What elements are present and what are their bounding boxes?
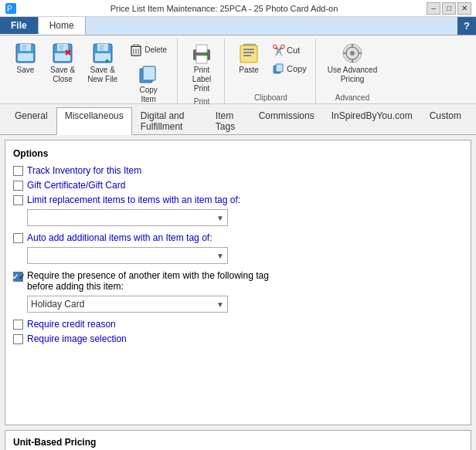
svg-point-38 xyxy=(350,51,355,56)
require-presence-value: Holiday Card xyxy=(31,299,84,310)
track-inventory-checkbox[interactable] xyxy=(13,166,23,176)
page-tabs: General Miscellaneous Digital and Fulfil… xyxy=(0,104,476,135)
limit-replacement-arrow: ▼ xyxy=(216,214,224,222)
svg-point-28 xyxy=(206,52,209,56)
save-close-button[interactable]: Save &Close xyxy=(45,39,80,86)
require-credit-checkbox[interactable] xyxy=(13,320,23,330)
copy-label: Copy xyxy=(287,64,307,73)
ribbon-tab-bar: File Home ? xyxy=(0,17,476,36)
auto-add-dropdown-row: ▼ xyxy=(27,247,463,264)
svg-rect-19 xyxy=(134,44,138,46)
print-group-label: Print xyxy=(194,96,210,106)
paste-label: Paste xyxy=(239,66,259,75)
require-image-checkbox[interactable] xyxy=(13,334,23,344)
title-bar: P Price List Item Maintenance: 25PCA - 2… xyxy=(0,0,476,17)
window-title: Price List Item Maintenance: 25PCA - 25 … xyxy=(22,4,427,13)
svg-rect-40 xyxy=(352,59,353,63)
save-new-icon: + xyxy=(90,41,115,66)
copy-button[interactable]: Copy xyxy=(268,60,311,77)
advanced-group-label: Advanced xyxy=(335,92,369,102)
tab-general[interactable]: General xyxy=(6,107,56,134)
help-button[interactable]: ? xyxy=(457,17,476,35)
require-presence-row: ✓ Require the presence of another item w… xyxy=(13,270,463,292)
require-presence-label: Require the presence of another item wit… xyxy=(27,270,269,292)
ribbon: File Home ? Save xyxy=(0,17,476,104)
svg-rect-4 xyxy=(22,45,26,50)
print-label: PrintLabelPrint xyxy=(192,66,211,93)
svg-rect-24 xyxy=(143,66,155,80)
svg-rect-14 xyxy=(100,45,104,50)
minimize-button[interactable]: – xyxy=(427,2,440,15)
ribbon-group-print: PrintLabelPrint Print xyxy=(179,39,225,103)
require-image-label: Require image selection xyxy=(27,333,127,344)
options-title: Options xyxy=(13,148,463,159)
copy-item-label: CopyItem xyxy=(139,86,157,104)
limit-replacement-checkbox[interactable] xyxy=(13,195,23,205)
svg-rect-33 xyxy=(243,55,251,56)
tab-custom[interactable]: Custom xyxy=(421,107,470,134)
require-presence-dropdown[interactable]: Holiday Card ▼ xyxy=(27,296,228,313)
tab-inspiredbyyou[interactable]: InSpiredByYou.com xyxy=(323,107,421,134)
require-presence-checkbox[interactable]: ✓ xyxy=(13,272,23,282)
require-credit-row: Require credit reason xyxy=(13,319,463,330)
svg-rect-32 xyxy=(243,52,254,53)
svg-rect-31 xyxy=(243,49,254,50)
delete-button[interactable]: Delete xyxy=(124,42,172,59)
advanced-pricing-icon xyxy=(340,41,365,66)
copy-icon xyxy=(272,63,284,75)
gift-certificate-label: Gift Certificate/Gift Card xyxy=(27,180,125,191)
cut-icon: ✂️ xyxy=(272,44,284,56)
paste-icon xyxy=(236,41,261,66)
limit-replacement-row: Limit replacement items to items with an… xyxy=(13,195,463,205)
track-inventory-label: Track Inventory for this Item xyxy=(27,165,141,176)
require-presence-dropdown-row: Holiday Card ▼ xyxy=(27,296,463,313)
auto-add-checkbox[interactable] xyxy=(13,233,23,243)
save-button[interactable]: Save xyxy=(8,39,43,77)
tab-home[interactable]: Home xyxy=(39,17,86,35)
advanced-pricing-label: Use AdvancedPricing xyxy=(328,66,378,84)
save-new-label: Save &New File xyxy=(87,66,117,84)
tab-digital-fulfillment[interactable]: Digital and Fulfillment xyxy=(132,107,207,134)
gift-certificate-checkbox[interactable] xyxy=(13,181,23,191)
svg-rect-35 xyxy=(276,64,283,72)
tab-commissions[interactable]: Commissions xyxy=(250,107,323,134)
clipboard-group-label: Clipboard xyxy=(254,92,287,102)
file-buttons: Save Save &Close xyxy=(8,39,172,107)
require-credit-label: Require credit reason xyxy=(27,319,116,330)
svg-rect-26 xyxy=(196,45,207,52)
save-new-button[interactable]: + Save &New File xyxy=(82,39,123,86)
svg-text:P: P xyxy=(7,5,12,13)
copy-item-button[interactable]: CopyItem xyxy=(132,62,165,107)
clipboard-buttons: Paste ✂️ Cut Copy xyxy=(231,39,311,92)
save-close-label: Save &Close xyxy=(50,66,75,84)
svg-rect-9 xyxy=(55,53,70,61)
maximize-button[interactable]: □ xyxy=(442,2,456,15)
advanced-buttons: Use AdvancedPricing xyxy=(322,39,383,92)
save-close-icon xyxy=(50,41,75,66)
advanced-pricing-button[interactable]: Use AdvancedPricing xyxy=(322,39,383,86)
require-presence-arrow: ▼ xyxy=(216,300,224,309)
print-button[interactable]: PrintLabelPrint xyxy=(184,39,219,96)
unit-pricing-section: Unit-Based Pricing Unit Value xyxy=(5,430,471,450)
delete-label: Delete xyxy=(144,46,167,55)
svg-rect-8 xyxy=(60,45,63,50)
close-button[interactable]: ✕ xyxy=(457,2,471,15)
svg-rect-42 xyxy=(358,52,362,54)
print-buttons: PrintLabelPrint xyxy=(184,39,219,96)
limit-replacement-dropdown[interactable]: ▼ xyxy=(27,209,228,226)
options-section: Options Track Inventory for this Item Gi… xyxy=(5,140,471,425)
delete-icon xyxy=(130,44,142,56)
track-inventory-row: Track Inventory for this Item xyxy=(13,165,463,176)
cut-button[interactable]: ✂️ Cut xyxy=(268,42,311,59)
save-icon xyxy=(13,41,38,66)
limit-replacement-dropdown-row: ▼ xyxy=(27,209,463,226)
auto-add-dropdown[interactable]: ▼ xyxy=(27,247,228,264)
paste-button[interactable]: Paste xyxy=(231,39,267,77)
unit-pricing-title: Unit-Based Pricing xyxy=(13,437,463,448)
tab-miscellaneous[interactable]: Miscellaneous xyxy=(56,107,132,135)
copy-item-icon xyxy=(138,64,159,86)
require-image-row: Require image selection xyxy=(13,333,463,344)
tab-file[interactable]: File xyxy=(0,17,39,35)
svg-rect-5 xyxy=(18,53,33,61)
tab-item-tags[interactable]: Item Tags xyxy=(207,107,250,134)
